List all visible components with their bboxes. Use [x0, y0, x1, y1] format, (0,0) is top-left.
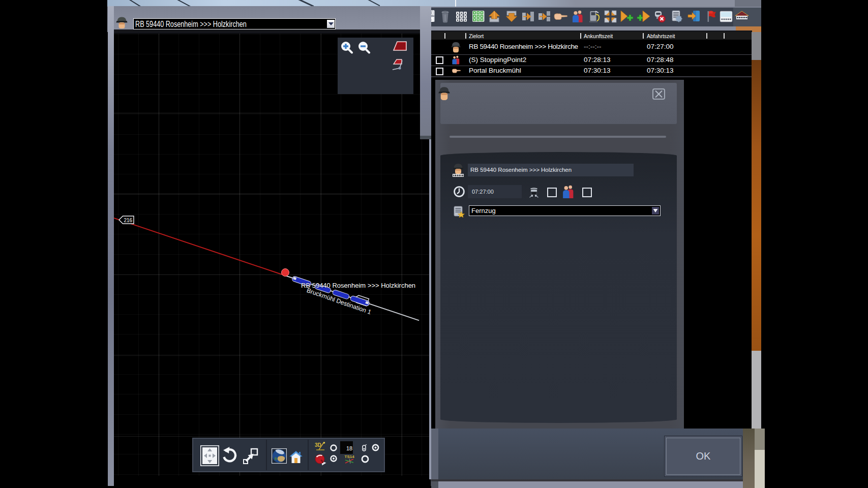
svg-text:216: 216: [124, 218, 133, 223]
svg-text:18: 18: [346, 445, 352, 451]
svg-text:3D: 3D: [315, 442, 321, 448]
svg-text:TS14: TS14: [345, 454, 355, 459]
